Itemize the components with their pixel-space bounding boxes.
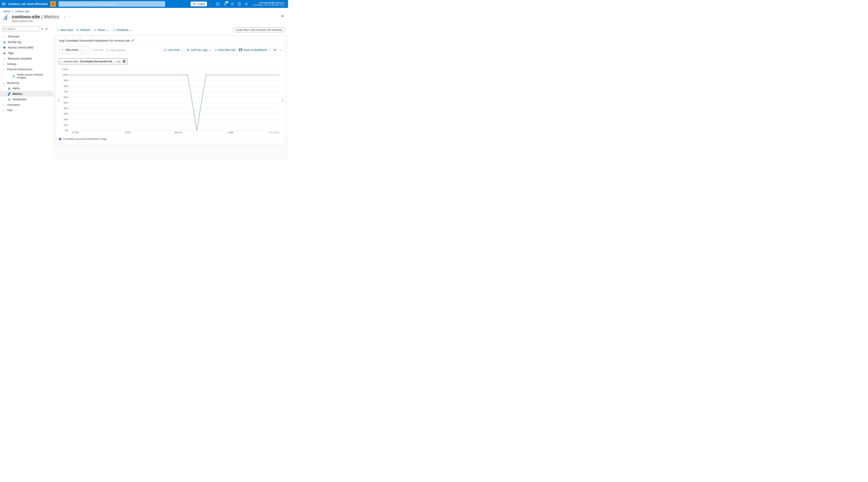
- chevron-down-icon: ⌄: [3, 68, 5, 71]
- save-dashboard-button[interactable]: 💾Save to dashboard⌄: [239, 48, 270, 52]
- feedback-button[interactable]: ☺Feedback⌄: [112, 28, 132, 32]
- svg-rect-8: [216, 3, 220, 5]
- plus-icon: ＋: [56, 28, 59, 32]
- svg-point-17: [4, 28, 5, 29]
- edit-icon[interactable]: [131, 39, 134, 42]
- new-chart-button[interactable]: ＋New chart: [56, 28, 73, 32]
- settings-icon[interactable]: [230, 2, 234, 6]
- chevron-down-icon[interactable]: ⌄: [80, 47, 86, 52]
- search-icon: [61, 3, 63, 5]
- metric-chart-card: Avg Correlated Successful Handovers for …: [56, 36, 286, 144]
- copilot-label: Copilot: [197, 3, 205, 5]
- sidebar-search-input[interactable]: [7, 27, 38, 30]
- gear-icon[interactable]: ⚙: [274, 49, 276, 52]
- line-chart[interactable]: 110%100%90%80%70%60%50%40%30%20%10%0%: [69, 69, 279, 130]
- sidebar-item-metrics[interactable]: ▞Metrics: [0, 91, 53, 97]
- notifications-icon[interactable]: 1: [223, 2, 227, 6]
- logs-icon: 🗎: [187, 48, 190, 52]
- chart-type-button[interactable]: 📈Line chart⌄: [163, 48, 183, 52]
- breadcrumb-home[interactable]: Home: [3, 10, 10, 13]
- metrics-toolbar: ＋New chart ↻Refresh ⇪Share⌄ ☺Feedback⌄ L…: [53, 26, 288, 34]
- breadcrumb: Home > contoso-site: [0, 8, 288, 13]
- tenant-brand[interactable]: Contoso, Ltd. Azure (Preview): [8, 2, 48, 5]
- sidebar-item-automation[interactable]: ›Automation: [0, 102, 53, 107]
- favorite-icon[interactable]: ☆: [64, 15, 66, 18]
- resource-type: Mobile Network Site: [12, 20, 59, 23]
- close-icon[interactable]: ✕: [281, 14, 284, 18]
- prev-chart-icon[interactable]: ‹: [58, 98, 59, 102]
- alert-icon: ⚠: [215, 48, 217, 52]
- collapse-icon[interactable]: ≪: [45, 27, 48, 30]
- scope-icon: ⬩: [61, 60, 62, 63]
- sort-icon[interactable]: ⇅: [41, 27, 43, 30]
- sidebar-item-physical-infra[interactable]: ⌄Physical infrastructure: [0, 67, 53, 72]
- add-metric-button[interactable]: ＋ Add metric ⌄: [59, 46, 88, 54]
- feedback-icon[interactable]: [245, 2, 248, 6]
- chevron-down-icon: ⌄: [130, 28, 132, 32]
- notification-badge: 1: [226, 1, 228, 3]
- svg-point-12: [239, 5, 240, 5]
- help-icon[interactable]: [238, 2, 241, 6]
- chart-title: Avg Correlated Successful Handovers for …: [59, 39, 130, 42]
- refresh-button[interactable]: ↻Refresh: [77, 28, 90, 32]
- breadcrumb-site[interactable]: contoso-site: [16, 10, 29, 13]
- chevron-down-icon: ⌄: [268, 48, 270, 52]
- chevron-right-icon: ›: [3, 63, 5, 65]
- new-alert-button[interactable]: ⚠New alert rule: [215, 48, 235, 52]
- sidebar-item-tags[interactable]: ◆Tags: [0, 50, 53, 56]
- sidebar-item-settings[interactable]: ›Settings: [0, 61, 53, 67]
- chevron-down-icon: ⌄: [209, 48, 211, 52]
- sidebar-item-iam[interactable]: ⚉Access control (IAM): [0, 45, 53, 50]
- account-tenant: CONTOSO, LTD. (CONTOSO, LTD....: [253, 4, 286, 6]
- remove-metric-icon[interactable]: ✕: [123, 60, 126, 63]
- insights-icon: ◉: [12, 74, 15, 78]
- sidebar-item-alerts[interactable]: ▮Alerts: [0, 86, 53, 91]
- page-header: contoso-site | Metrics Mobile Network Si…: [0, 13, 288, 26]
- svg-point-13: [246, 3, 247, 4]
- sidebar-item-workbooks[interactable]: ▧Workbooks: [0, 97, 53, 102]
- plus-icon: ＋: [61, 48, 64, 52]
- account-menu[interactable]: chrisqpublic@contoso.c... CONTOSO, LTD. …: [253, 1, 286, 6]
- share-button[interactable]: ⇪Share⌄: [94, 28, 108, 32]
- copilot-button[interactable]: Copilot: [191, 2, 207, 6]
- more-icon[interactable]: ⋯: [280, 49, 282, 52]
- global-search[interactable]: [59, 1, 165, 7]
- copilot-icon: [192, 2, 196, 5]
- sidebar-item-resource-visualizer[interactable]: ⁘Resource visualizer: [0, 56, 53, 61]
- global-search-input[interactable]: [65, 3, 163, 5]
- resource-icon: [3, 15, 9, 21]
- menu-icon[interactable]: [2, 3, 5, 5]
- svg-point-10: [231, 3, 233, 4]
- sidebar-item-ran-insights[interactable]: ◉Radio access network insights: [0, 72, 53, 80]
- account-email: chrisqpublic@contoso.c...: [253, 1, 286, 4]
- more-icon[interactable]: ⋯: [69, 15, 71, 18]
- apply-splitting-button[interactable]: ⊟Apply splitting: [106, 49, 125, 52]
- cloud-shell-icon[interactable]: [216, 2, 220, 6]
- chevron-down-icon: ⌄: [3, 82, 5, 84]
- sidebar-search[interactable]: [2, 26, 39, 31]
- chevron-down-icon: ⌄: [181, 48, 183, 52]
- split-icon: ⊟: [106, 49, 108, 52]
- sidebar-item-overview[interactable]: ⬩Overview: [0, 34, 53, 39]
- share-icon: ⇪: [94, 28, 96, 32]
- chevron-right-icon: ›: [3, 108, 5, 111]
- chart-x-axis: 12 PM6 PMWed 156 AMUTC-07:00: [69, 130, 279, 135]
- resource-sidebar: ⇅ ≪ ⬩Overview ▤Activity log ⚉Access cont…: [0, 26, 53, 160]
- workbooks-icon: ▧: [7, 98, 11, 101]
- svg-rect-15: [5, 17, 6, 20]
- sidebar-item-monitoring[interactable]: ⌄Monitoring: [0, 80, 53, 86]
- page-title: contoso-site | Metrics: [12, 14, 59, 20]
- next-chart-icon[interactable]: ›: [282, 98, 283, 102]
- metric-chip[interactable]: ⬩ contoso-site, Correlated Successful Ha…: [59, 58, 127, 64]
- drill-logs-button[interactable]: 🗎Drill into Logs⌄: [187, 48, 211, 52]
- tag-icon: ◆: [3, 52, 6, 55]
- add-filter-button[interactable]: ⌖Add filter: [91, 48, 103, 52]
- smile-icon: ☺: [112, 28, 115, 32]
- time-range-picker[interactable]: Local Time: Last 24 hours (15 minutes): [233, 27, 285, 32]
- log-icon: ▤: [3, 40, 6, 43]
- svg-rect-16: [6, 16, 7, 20]
- sidebar-item-help[interactable]: ›Help: [0, 107, 53, 113]
- sidebar-item-activity-log[interactable]: ▤Activity log: [0, 39, 53, 45]
- bug-icon[interactable]: [50, 1, 56, 7]
- global-header: Contoso, Ltd. Azure (Preview) Copilot 1 …: [0, 0, 288, 8]
